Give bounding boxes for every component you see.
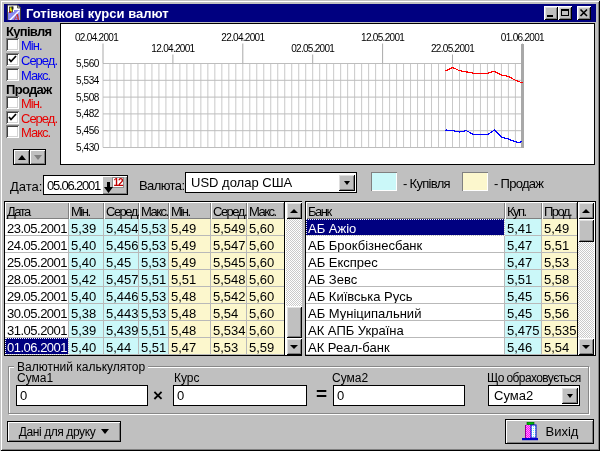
svg-text:22.04.2001: 22.04.2001 <box>221 32 265 43</box>
svg-text:5,534: 5,534 <box>76 75 100 86</box>
svg-text:A: A <box>13 12 21 21</box>
svg-text:5,508: 5,508 <box>76 92 100 103</box>
svg-text:5,482: 5,482 <box>76 108 100 119</box>
svg-text:02.04.2001: 02.04.2001 <box>75 32 119 43</box>
svg-text:12.05.2001: 12.05.2001 <box>361 32 405 43</box>
svg-text:5,456: 5,456 <box>76 125 100 136</box>
svg-text:12.04.2001: 12.04.2001 <box>151 43 195 54</box>
svg-text:5,560: 5,560 <box>76 58 100 69</box>
svg-text:22.05.2001: 22.05.2001 <box>431 43 475 54</box>
svg-text:02.05.2001: 02.05.2001 <box>291 43 335 54</box>
svg-text:5,430: 5,430 <box>76 142 100 153</box>
svg-text:01.06.2001: 01.06.2001 <box>501 32 545 43</box>
